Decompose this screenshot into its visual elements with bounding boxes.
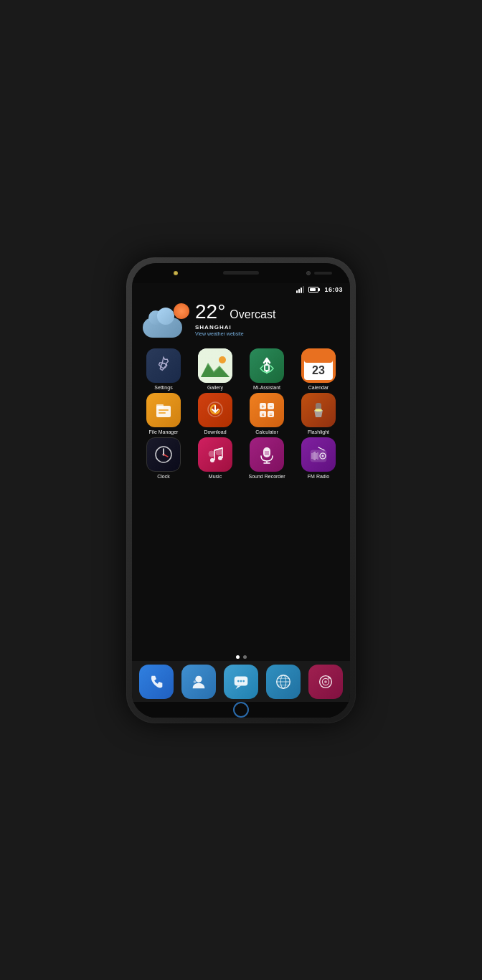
mi-assistant-label: Mi-Assistant (253, 385, 280, 390)
page-dot-1[interactable] (236, 655, 240, 659)
gallery-icon (198, 348, 232, 383)
svg-text:=: = (269, 411, 272, 417)
signal-bar-2 (298, 289, 300, 293)
status-time: 16:03 (324, 286, 343, 293)
music-icon (198, 437, 232, 472)
svg-point-50 (322, 455, 324, 457)
svg-point-67 (327, 676, 330, 679)
status-bar: 16:03 (132, 283, 350, 296)
settings-label: Settings (154, 385, 172, 390)
calendar-label: Calendar (308, 385, 329, 390)
app-row-1: Settings (138, 348, 344, 390)
dock-contacts[interactable] (181, 665, 216, 699)
app-download[interactable]: Download (194, 393, 237, 434)
svg-rect-1 (198, 348, 232, 383)
file-manager-icon (146, 393, 181, 427)
svg-rect-13 (159, 409, 169, 411)
cloud-icon (143, 318, 182, 338)
speaker-grille (223, 271, 259, 275)
svg-point-0 (161, 363, 166, 368)
weather-condition: Overcast (230, 308, 275, 321)
flashlight-label: Flashlight (308, 429, 329, 434)
svg-point-66 (324, 680, 327, 683)
app-row-3: Clock (138, 437, 344, 479)
weather-icon (143, 302, 189, 338)
app-sound-recorder[interactable]: Sound Recorder (245, 437, 288, 479)
page-dots (132, 653, 350, 661)
dock-browser[interactable] (266, 665, 301, 699)
svg-point-57 (240, 680, 242, 682)
top-hardware-bar (132, 263, 350, 283)
svg-rect-6 (265, 366, 268, 370)
signal-bar-4 (303, 286, 304, 293)
sound-recorder-icon (250, 437, 284, 472)
calculator-label: Calculator (255, 429, 278, 434)
dock-camera-icon (308, 665, 343, 699)
svg-point-32 (210, 458, 214, 462)
svg-point-58 (242, 680, 245, 682)
app-gallery[interactable]: Gallery (194, 348, 237, 390)
app-file-manager[interactable]: File Manager (142, 393, 185, 434)
svg-point-3 (219, 356, 226, 363)
app-flashlight[interactable]: Flashlight (297, 393, 340, 434)
app-grid: Settings (132, 341, 350, 653)
svg-point-33 (218, 456, 222, 460)
sound-recorder-label: Sound Recorder (249, 474, 285, 479)
phone-screen: 16:03 22° Overcast SHANGHAI View weather… (132, 263, 350, 718)
home-button[interactable] (233, 702, 249, 718)
svg-point-52 (196, 675, 202, 682)
weather-widget[interactable]: 22° Overcast SHANGHAI View weather websi… (132, 296, 350, 341)
calendar-icon: 23 (301, 348, 336, 383)
calculator-icon: + − × = (250, 393, 284, 427)
signal-bar-1 (296, 290, 298, 293)
svg-text:×: × (261, 411, 264, 417)
settings-icon (146, 348, 181, 383)
app-music[interactable]: Music (194, 437, 237, 479)
app-fm-radio[interactable]: FM Radio (297, 437, 340, 479)
weather-city: SHANGHAI (195, 324, 275, 330)
screen-area: 16:03 22° Overcast SHANGHAI View weather… (132, 283, 350, 718)
svg-marker-55 (236, 685, 241, 689)
dock-browser-icon (266, 665, 301, 699)
svg-point-56 (237, 680, 240, 682)
app-calculator[interactable]: + − × = Calculator (245, 393, 288, 434)
app-mi-assistant[interactable]: Mi-Assistant (245, 348, 288, 390)
battery-body (308, 287, 318, 292)
phone-device: 16:03 22° Overcast SHANGHAI View weather… (126, 257, 356, 723)
sun-icon (174, 303, 189, 319)
dock-camera[interactable] (308, 665, 343, 699)
weather-link[interactable]: View weather website (195, 331, 275, 336)
dock-messages[interactable] (224, 665, 258, 699)
svg-text:23: 23 (312, 364, 325, 376)
fm-radio-icon (301, 437, 336, 472)
signal-bar-3 (301, 287, 302, 293)
page-dot-2[interactable] (243, 655, 247, 659)
sensor-bar (314, 272, 332, 275)
mi-assistant-icon (250, 348, 284, 383)
svg-text:+: + (261, 404, 264, 409)
signal-icon (296, 286, 304, 293)
status-icons: 16:03 (296, 286, 343, 293)
app-calendar[interactable]: 23 Calendar (297, 348, 340, 390)
front-camera (306, 271, 311, 275)
dock-phone[interactable] (139, 665, 174, 699)
svg-line-31 (164, 455, 168, 457)
svg-rect-12 (156, 404, 164, 409)
weather-temperature: 22° (195, 302, 225, 322)
clock-icon (146, 437, 181, 472)
app-settings[interactable]: Settings (142, 348, 185, 390)
file-manager-label: File Manager (149, 429, 179, 434)
dock-phone-icon (139, 665, 174, 699)
app-clock[interactable]: Clock (142, 437, 185, 479)
battery-icon (308, 287, 320, 292)
flashlight-icon (301, 393, 336, 427)
front-camera-light (174, 271, 178, 275)
battery-fill (310, 288, 316, 291)
svg-rect-43 (311, 450, 326, 462)
gallery-label: Gallery (207, 385, 223, 390)
svg-point-27 (315, 409, 322, 411)
fm-radio-label: FM Radio (308, 474, 329, 479)
svg-point-53 (194, 680, 197, 683)
svg-point-35 (209, 451, 214, 457)
svg-rect-37 (263, 447, 270, 457)
